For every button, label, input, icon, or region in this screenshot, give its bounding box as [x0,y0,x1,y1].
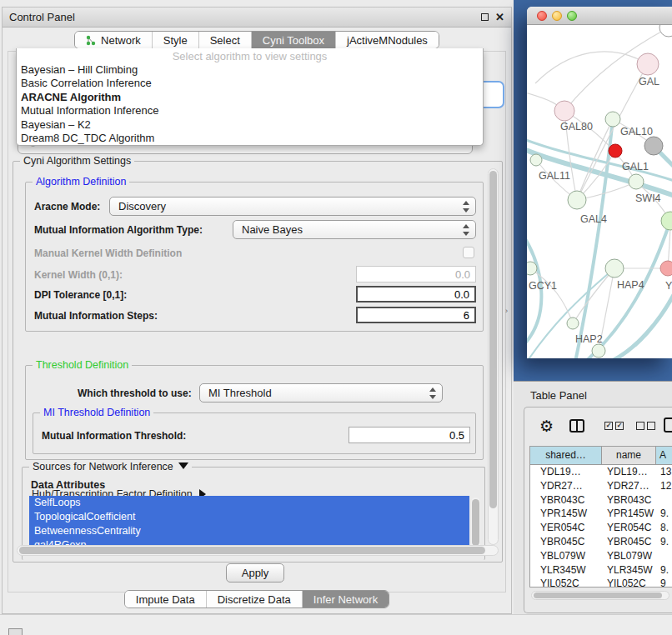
settings-horizontal-scrollbar[interactable] [17,545,499,556]
list-item-topologicalcoefficient[interactable]: TopologicalCoefficient [29,510,469,524]
dropdown-item-basic-correlation[interactable]: Basic Correlation Inference [17,77,483,90]
tab-cyni-toolbox[interactable]: Cyni Toolbox [251,32,335,48]
status-strip [0,614,672,635]
table-row[interactable]: YBR045CYBR045C9. [530,535,672,549]
select-all-columns-icon[interactable]: ✓ ✓ [604,422,624,430]
zoom-window-button[interactable] [567,11,577,21]
tab-style[interactable]: Style [152,32,198,48]
deselect-all-columns-icon[interactable] [636,422,655,430]
cyni-algorithm-settings-title: Cyni Algorithm Settings [20,155,134,167]
manual-kernel-checkbox[interactable] [463,247,474,258]
network-edge[interactable] [530,268,573,323]
cell: YER054C [530,521,602,535]
cell: YBR045C [530,535,602,549]
mi-steps-field[interactable] [356,307,476,323]
aracne-mode-combobox[interactable]: Discovery [109,197,476,216]
dpi-tolerance-field[interactable] [356,286,476,302]
table-horizontal-scrollbar-thumb[interactable] [534,592,662,598]
column-header-shared-name[interactable]: shared… [530,447,602,465]
float-window-button[interactable] [481,13,489,21]
table-row[interactable]: YIL052CYIL052C9 [530,577,672,588]
resize-grip[interactable] [8,628,23,635]
network-node[interactable] [661,212,672,230]
tab-impute-data[interactable]: Impute Data [125,591,206,608]
settings-vertical-scrollbar-thumb[interactable] [489,171,497,508]
table-row[interactable]: YBR043CYBR043C [530,493,672,508]
bottom-tabbar: Impute Data Discretize Data Infer Networ… [3,590,511,608]
tab-network[interactable]: Network [75,32,152,48]
table-row[interactable]: YDL19…YDL19…13 [530,465,672,479]
network-node[interactable] [605,259,624,278]
network-canvas[interactable]: GALGAL80GAL10GAL1GAL11GAL4SWI4GCY1HAP4YH… [527,25,672,358]
kernel-width-field[interactable] [356,266,476,282]
cell: YDL19… [602,465,656,479]
split-columns-icon[interactable] [569,419,584,432]
cell [656,493,672,508]
network-node[interactable] [644,137,663,155]
mi-type-combobox[interactable]: Naive Bayes [233,220,476,239]
column-header-partial[interactable]: A [656,447,672,465]
column-header-name[interactable]: name [602,447,656,465]
network-edge[interactable] [535,52,648,83]
network-window-titlebar[interactable] [527,7,672,25]
tab-select-label: Select [210,34,240,47]
table-horizontal-scrollbar[interactable] [531,591,669,600]
network-node[interactable] [605,112,620,127]
aracne-mode-value: Discovery [118,200,166,212]
network-node[interactable] [659,25,672,37]
algorithm-dropdown-list: Select algorithm to view settings Bayesi… [16,48,484,146]
checked-box-icon: ✓ [604,422,613,430]
network-edge[interactable] [573,268,614,323]
tab-select[interactable]: Select [198,32,251,48]
close-window-button[interactable] [537,11,547,21]
combo-stepper-icon [462,201,469,212]
tab-discretize-data[interactable]: Discretize Data [206,591,302,608]
splitter-grip[interactable]: › [505,307,508,315]
attributes-list-scrollbar-thumb[interactable] [472,499,479,546]
table-row[interactable]: YER054CYER054C8. [530,521,672,535]
table-row[interactable]: YPR145WYPR145W9. [530,507,672,521]
network-node[interactable] [568,191,586,209]
network-edge[interactable] [575,119,613,358]
control-panel: Control Panel ✕ Network Style Select [2,7,512,614]
tab-infer-network-label: Infer Network [313,593,378,606]
sources-title[interactable]: Sources for Network Inference [29,461,192,472]
mi-steps-label: Mutual Information Steps: [34,310,158,322]
table-row[interactable]: YLR345WYLR345W9. [530,563,672,578]
tab-jactivemnodules[interactable]: jActiveMNodules [335,32,439,48]
dropdown-item-bayesian-k2[interactable]: Bayesian – K2 [17,118,483,132]
gear-icon[interactable]: ⚙ [539,417,554,436]
network-node[interactable] [592,344,605,358]
dropdown-item-aracne[interactable]: ARACNE Algorithm [17,91,483,104]
network-node[interactable] [530,154,542,166]
list-item-betweennesscentrality[interactable]: BetweennessCentrality [29,524,469,538]
aracne-mode-label: Aracne Mode: [34,201,100,212]
network-node[interactable] [637,53,659,75]
settings-vertical-scrollbar[interactable] [488,168,499,545]
network-node[interactable] [554,101,574,121]
apply-button[interactable]: Apply [226,563,284,582]
network-node[interactable] [527,262,537,275]
settings-horizontal-scrollbar-thumb[interactable] [19,547,485,554]
network-node-label: GAL11 [539,170,570,182]
dropdown-item-dream8[interactable]: Dream8 DC_TDC Algorithm [17,132,483,145]
function-builder-icon[interactable] [664,418,672,432]
mi-threshold-field[interactable] [349,427,470,443]
list-item-selfloops[interactable]: SelfLoops [29,496,469,510]
close-panel-button[interactable]: ✕ [495,11,504,23]
network-node[interactable] [609,144,622,158]
tab-infer-network[interactable]: Infer Network [302,591,389,608]
network-view-window: GALGAL80GAL10GAL1GAL11GAL4SWI4GCY1HAP4YH… [527,7,672,358]
cell: YER054C [602,521,656,535]
mi-type-value: Naive Bayes [242,223,303,236]
dropdown-item-bayesian-hill-climbing[interactable]: Bayesian – Hill Climbing [17,63,483,77]
minimize-window-button[interactable] [552,11,562,21]
dropdown-item-mutual-information[interactable]: Mutual Information Inference [17,104,483,118]
table-row[interactable]: YDR27…YDR27…12 [530,479,672,493]
network-node[interactable] [567,318,579,329]
network-node[interactable] [629,174,644,189]
table-row[interactable]: YBL079WYBL079W [530,549,672,563]
which-threshold-combobox[interactable]: MI Threshold [199,383,443,402]
algorithm-definition-title: Algorithm Definition [33,176,129,188]
network-node[interactable] [660,261,672,276]
